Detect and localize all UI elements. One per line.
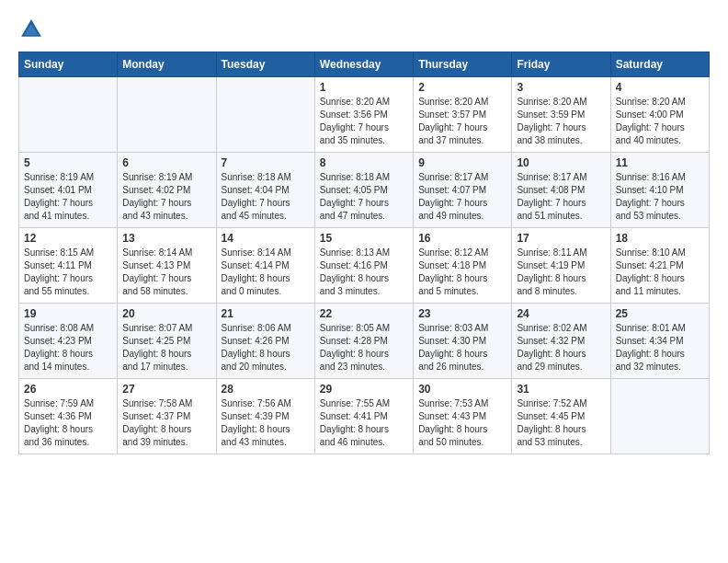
calendar-cell: 19Sunrise: 8:08 AM Sunset: 4:23 PM Dayli… — [19, 304, 118, 379]
day-info: Sunrise: 8:20 AM Sunset: 3:56 PM Dayligh… — [320, 96, 408, 147]
calendar-cell: 25Sunrise: 8:01 AM Sunset: 4:34 PM Dayli… — [610, 304, 709, 379]
day-number: 7 — [222, 156, 310, 169]
day-info: Sunrise: 8:19 AM Sunset: 4:01 PM Dayligh… — [24, 171, 112, 223]
day-info: Sunrise: 8:20 AM Sunset: 3:59 PM Dayligh… — [517, 96, 605, 147]
day-number: 15 — [320, 232, 408, 245]
day-info: Sunrise: 8:18 AM Sunset: 4:05 PM Dayligh… — [320, 171, 408, 223]
calendar-cell: 8Sunrise: 8:18 AM Sunset: 4:05 PM Daylig… — [314, 153, 413, 228]
day-info: Sunrise: 7:53 AM Sunset: 4:43 PM Dayligh… — [418, 397, 506, 449]
calendar-week-row: 19Sunrise: 8:08 AM Sunset: 4:23 PM Dayli… — [19, 304, 710, 379]
day-info: Sunrise: 8:12 AM Sunset: 4:18 PM Dayligh… — [418, 247, 506, 298]
calendar-cell — [19, 77, 118, 153]
calendar-cell: 23Sunrise: 8:03 AM Sunset: 4:30 PM Dayli… — [414, 304, 512, 379]
day-info: Sunrise: 8:20 AM Sunset: 4:00 PM Dayligh… — [616, 96, 704, 147]
day-info: Sunrise: 8:15 AM Sunset: 4:11 PM Dayligh… — [24, 247, 112, 298]
weekday-header: Sunday — [19, 52, 118, 77]
day-number: 5 — [24, 156, 112, 169]
day-info: Sunrise: 8:07 AM Sunset: 4:25 PM Dayligh… — [122, 322, 210, 373]
calendar-cell — [118, 77, 216, 153]
day-info: Sunrise: 8:16 AM Sunset: 4:10 PM Dayligh… — [616, 171, 704, 223]
day-number: 9 — [418, 156, 506, 169]
day-number: 11 — [616, 156, 704, 169]
day-info: Sunrise: 8:06 AM Sunset: 4:26 PM Dayligh… — [222, 322, 310, 373]
day-number: 26 — [24, 383, 112, 396]
calendar-cell — [216, 77, 314, 153]
calendar-cell: 6Sunrise: 8:19 AM Sunset: 4:02 PM Daylig… — [118, 153, 216, 228]
calendar-cell: 22Sunrise: 8:05 AM Sunset: 4:28 PM Dayli… — [314, 304, 413, 379]
calendar-cell: 30Sunrise: 7:53 AM Sunset: 4:43 PM Dayli… — [414, 379, 512, 454]
calendar-cell — [610, 379, 709, 454]
day-info: Sunrise: 7:52 AM Sunset: 4:45 PM Dayligh… — [517, 397, 605, 449]
page: SundayMondayTuesdayWednesdayThursdayFrid… — [0, 0, 728, 464]
calendar-cell: 26Sunrise: 7:59 AM Sunset: 4:36 PM Dayli… — [19, 379, 118, 454]
day-info: Sunrise: 8:17 AM Sunset: 4:07 PM Dayligh… — [418, 171, 506, 223]
day-number: 28 — [222, 383, 310, 396]
day-number: 23 — [418, 307, 506, 320]
day-info: Sunrise: 8:14 AM Sunset: 4:13 PM Dayligh… — [122, 247, 210, 298]
day-info: Sunrise: 8:20 AM Sunset: 3:57 PM Dayligh… — [418, 96, 506, 147]
calendar-cell: 21Sunrise: 8:06 AM Sunset: 4:26 PM Dayli… — [216, 304, 314, 379]
day-number: 3 — [517, 81, 605, 94]
day-number: 13 — [122, 232, 210, 245]
calendar-cell: 18Sunrise: 8:10 AM Sunset: 4:21 PM Dayli… — [610, 228, 709, 304]
logo — [18, 17, 48, 42]
day-number: 25 — [616, 307, 704, 320]
day-info: Sunrise: 7:58 AM Sunset: 4:37 PM Dayligh… — [122, 397, 210, 449]
calendar-cell: 12Sunrise: 8:15 AM Sunset: 4:11 PM Dayli… — [19, 228, 118, 304]
calendar-cell: 16Sunrise: 8:12 AM Sunset: 4:18 PM Dayli… — [414, 228, 512, 304]
calendar-header-row: SundayMondayTuesdayWednesdayThursdayFrid… — [19, 52, 710, 77]
day-number: 17 — [517, 232, 605, 245]
day-info: Sunrise: 8:10 AM Sunset: 4:21 PM Dayligh… — [616, 247, 704, 298]
day-number: 21 — [222, 307, 310, 320]
calendar-cell: 13Sunrise: 8:14 AM Sunset: 4:13 PM Dayli… — [118, 228, 216, 304]
weekday-header: Wednesday — [314, 52, 413, 77]
calendar-cell: 15Sunrise: 8:13 AM Sunset: 4:16 PM Dayli… — [314, 228, 413, 304]
logo-icon — [18, 17, 44, 42]
day-info: Sunrise: 7:56 AM Sunset: 4:39 PM Dayligh… — [222, 397, 310, 449]
day-number: 2 — [418, 81, 506, 94]
day-number: 31 — [517, 383, 605, 396]
day-number: 22 — [320, 307, 408, 320]
day-number: 12 — [24, 232, 112, 245]
calendar-cell: 3Sunrise: 8:20 AM Sunset: 3:59 PM Daylig… — [512, 77, 610, 153]
day-info: Sunrise: 8:05 AM Sunset: 4:28 PM Dayligh… — [320, 322, 408, 373]
day-number: 1 — [320, 81, 408, 94]
calendar-week-row: 1Sunrise: 8:20 AM Sunset: 3:56 PM Daylig… — [19, 77, 710, 153]
day-info: Sunrise: 7:55 AM Sunset: 4:41 PM Dayligh… — [320, 397, 408, 449]
day-number: 20 — [122, 307, 210, 320]
weekday-header: Tuesday — [216, 52, 314, 77]
day-info: Sunrise: 8:18 AM Sunset: 4:04 PM Dayligh… — [222, 171, 310, 223]
day-info: Sunrise: 8:19 AM Sunset: 4:02 PM Dayligh… — [122, 171, 210, 223]
day-number: 18 — [616, 232, 704, 245]
calendar-cell: 29Sunrise: 7:55 AM Sunset: 4:41 PM Dayli… — [314, 379, 413, 454]
day-info: Sunrise: 8:03 AM Sunset: 4:30 PM Dayligh… — [418, 322, 506, 373]
calendar-cell: 5Sunrise: 8:19 AM Sunset: 4:01 PM Daylig… — [19, 153, 118, 228]
day-number: 6 — [122, 156, 210, 169]
calendar-week-row: 26Sunrise: 7:59 AM Sunset: 4:36 PM Dayli… — [19, 379, 710, 454]
calendar-cell: 9Sunrise: 8:17 AM Sunset: 4:07 PM Daylig… — [414, 153, 512, 228]
day-number: 27 — [122, 383, 210, 396]
day-number: 24 — [517, 307, 605, 320]
calendar-cell: 20Sunrise: 8:07 AM Sunset: 4:25 PM Dayli… — [118, 304, 216, 379]
day-number: 4 — [616, 81, 704, 94]
calendar-cell: 28Sunrise: 7:56 AM Sunset: 4:39 PM Dayli… — [216, 379, 314, 454]
day-info: Sunrise: 8:02 AM Sunset: 4:32 PM Dayligh… — [517, 322, 605, 373]
day-info: Sunrise: 8:01 AM Sunset: 4:34 PM Dayligh… — [616, 322, 704, 373]
calendar-cell: 24Sunrise: 8:02 AM Sunset: 4:32 PM Dayli… — [512, 304, 610, 379]
weekday-header: Saturday — [610, 52, 709, 77]
calendar-week-row: 5Sunrise: 8:19 AM Sunset: 4:01 PM Daylig… — [19, 153, 710, 228]
day-number: 16 — [418, 232, 506, 245]
calendar-cell: 7Sunrise: 8:18 AM Sunset: 4:04 PM Daylig… — [216, 153, 314, 228]
calendar-cell: 2Sunrise: 8:20 AM Sunset: 3:57 PM Daylig… — [414, 77, 512, 153]
weekday-header: Thursday — [414, 52, 512, 77]
day-info: Sunrise: 7:59 AM Sunset: 4:36 PM Dayligh… — [24, 397, 112, 449]
day-number: 30 — [418, 383, 506, 396]
header — [18, 17, 710, 42]
calendar-table: SundayMondayTuesdayWednesdayThursdayFrid… — [18, 52, 710, 454]
day-info: Sunrise: 8:17 AM Sunset: 4:08 PM Dayligh… — [517, 171, 605, 223]
weekday-header: Friday — [512, 52, 610, 77]
day-number: 19 — [24, 307, 112, 320]
calendar-cell: 1Sunrise: 8:20 AM Sunset: 3:56 PM Daylig… — [314, 77, 413, 153]
day-number: 8 — [320, 156, 408, 169]
day-number: 14 — [222, 232, 310, 245]
